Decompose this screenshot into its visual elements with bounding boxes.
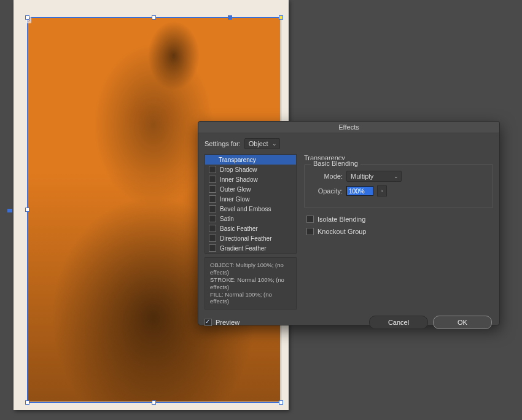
effect-label: Outer Glow	[220, 186, 251, 193]
effect-item-satin[interactable]: Satin	[205, 214, 296, 224]
chevron-down-icon: ⌄	[394, 173, 399, 179]
effect-label: Directional Feather	[220, 235, 271, 242]
summary-object: OBJECT: Multiply 100%; (no effects)	[210, 262, 291, 276]
effect-item-inner-shadow[interactable]: Inner Shadow	[205, 174, 296, 184]
settings-for-value: Object	[249, 140, 268, 147]
effect-label: Bevel and Emboss	[220, 206, 271, 212]
isolate-blending-checkbox[interactable]	[306, 216, 314, 223]
opacity-stepper[interactable]: ›	[377, 185, 387, 196]
basic-blending-group: Basic Blending Mode: Multiply ⌄ Opacity:…	[304, 164, 493, 208]
effect-item-bevel-and-emboss[interactable]: Bevel and Emboss	[205, 204, 296, 214]
chevron-down-icon: ⌄	[272, 141, 277, 147]
effect-checkbox[interactable]	[209, 225, 216, 232]
basic-blending-legend: Basic Blending	[311, 160, 360, 167]
effects-dialog: Effects Settings for: Object ⌄ Transpare…	[198, 121, 500, 325]
effect-label: Inner Glow	[220, 196, 249, 203]
settings-for-dropdown[interactable]: Object ⌄	[244, 138, 280, 149]
effect-item-transparency[interactable]: Transparency	[205, 155, 296, 165]
effect-item-drop-shadow[interactable]: Drop Shadow	[205, 165, 296, 174]
summary-fill: FILL: Normal 100%; (no effects)	[210, 291, 291, 306]
opacity-input[interactable]	[346, 186, 373, 196]
effect-checkbox[interactable]	[209, 176, 216, 183]
ok-button[interactable]: OK	[433, 316, 492, 329]
effect-label: Transparency	[219, 157, 256, 163]
effect-checkbox[interactable]	[209, 166, 216, 173]
blend-mode-value: Multiply	[351, 173, 373, 180]
dialog-title[interactable]: Effects	[198, 122, 499, 133]
opacity-label: Opacity:	[311, 187, 343, 195]
effect-checkbox[interactable]	[209, 205, 216, 212]
isolate-blending-label: Isolate Blending	[317, 216, 365, 223]
effect-label: Drop Shadow	[220, 166, 257, 173]
effect-checkbox[interactable]	[209, 215, 216, 222]
effect-checkbox[interactable]	[209, 195, 216, 203]
effect-item-basic-feather[interactable]: Basic Feather	[205, 224, 296, 233]
effect-checkbox[interactable]	[209, 235, 216, 242]
cancel-button[interactable]: Cancel	[369, 316, 428, 329]
mode-label: Mode:	[311, 173, 343, 180]
effect-checkbox[interactable]	[209, 185, 216, 193]
preview-label: Preview	[216, 319, 240, 326]
knockout-group-checkbox[interactable]	[306, 228, 314, 235]
effect-item-gradient-feather[interactable]: Gradient Feather	[205, 243, 296, 253]
effect-checkbox[interactable]	[209, 244, 216, 252]
effect-label: Inner Shadow	[220, 176, 258, 183]
effect-label: Gradient Feather	[220, 245, 267, 252]
blend-mode-dropdown[interactable]: Multiply ⌄	[346, 171, 402, 182]
settings-for-label: Settings for:	[205, 140, 241, 147]
ruler-guide-indicator	[7, 209, 12, 212]
effect-item-directional-feather[interactable]: Directional Feather	[205, 233, 296, 243]
effects-list[interactable]: TransparencyDrop ShadowInner ShadowOuter…	[205, 154, 297, 254]
effect-item-inner-glow[interactable]: Inner Glow	[205, 194, 296, 204]
effect-item-outer-glow[interactable]: Outer Glow	[205, 184, 296, 194]
effect-label: Satin	[220, 216, 234, 222]
effect-label: Basic Feather	[220, 225, 258, 232]
summary-stroke: STROKE: Normal 100%; (no effects)	[210, 276, 291, 291]
knockout-group-label: Knockout Group	[317, 228, 367, 235]
preview-checkbox[interactable]	[205, 319, 212, 326]
effects-summary: OBJECT: Multiply 100%; (no effects) STRO…	[205, 257, 297, 309]
